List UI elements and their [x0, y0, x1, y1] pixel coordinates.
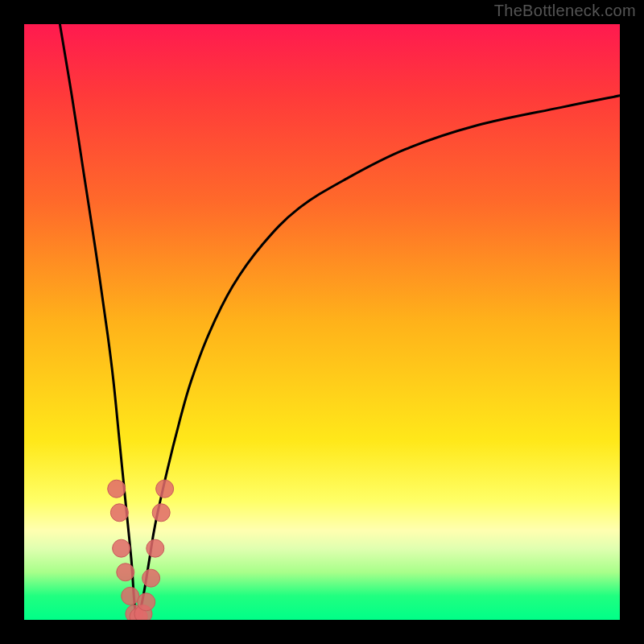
chart-svg	[24, 24, 620, 620]
data-marker	[122, 587, 139, 605]
data-marker	[113, 539, 130, 557]
data-marker	[147, 539, 164, 557]
data-marker	[142, 569, 160, 587]
marker-group	[108, 480, 174, 620]
bottleneck-curve	[60, 24, 620, 620]
watermark-text: TheBottleneck.com	[494, 2, 636, 20]
data-marker	[117, 564, 134, 581]
data-marker	[152, 504, 170, 522]
plot-area	[24, 24, 620, 620]
chart-frame: TheBottleneck.com	[0, 0, 644, 644]
data-marker	[156, 480, 174, 497]
data-marker	[110, 504, 128, 522]
data-marker	[138, 593, 155, 611]
data-marker	[108, 480, 126, 497]
